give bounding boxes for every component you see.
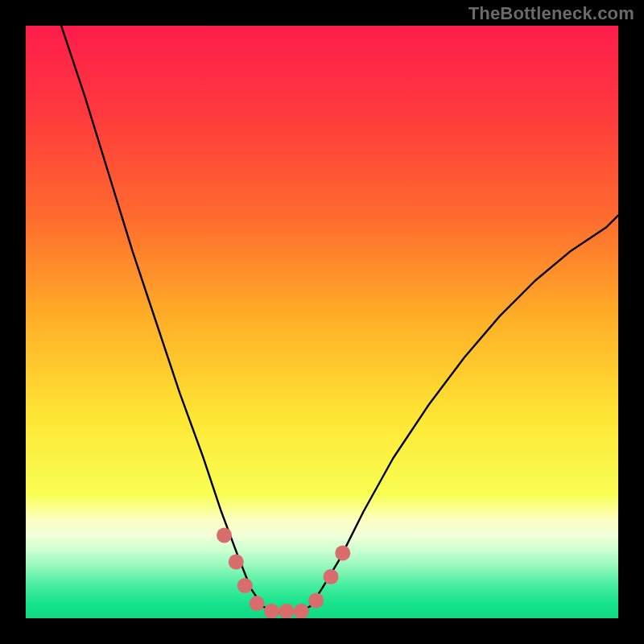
- watermark-label: TheBottleneck.com: [469, 3, 634, 24]
- marker-dot: [279, 604, 294, 618]
- marker-dot: [250, 596, 265, 611]
- marker-dot: [308, 592, 324, 608]
- marker-dot: [237, 578, 253, 593]
- gradient-background: [26, 26, 618, 618]
- chart-svg: [26, 26, 618, 618]
- chart-frame: TheBottleneck.com: [0, 0, 644, 644]
- marker-dot: [229, 555, 244, 570]
- marker-dot: [264, 604, 279, 618]
- marker-dot: [335, 546, 350, 561]
- marker-dot: [324, 569, 339, 584]
- plot-area: [26, 26, 618, 618]
- marker-dot: [217, 527, 232, 543]
- marker-dot: [294, 604, 309, 618]
